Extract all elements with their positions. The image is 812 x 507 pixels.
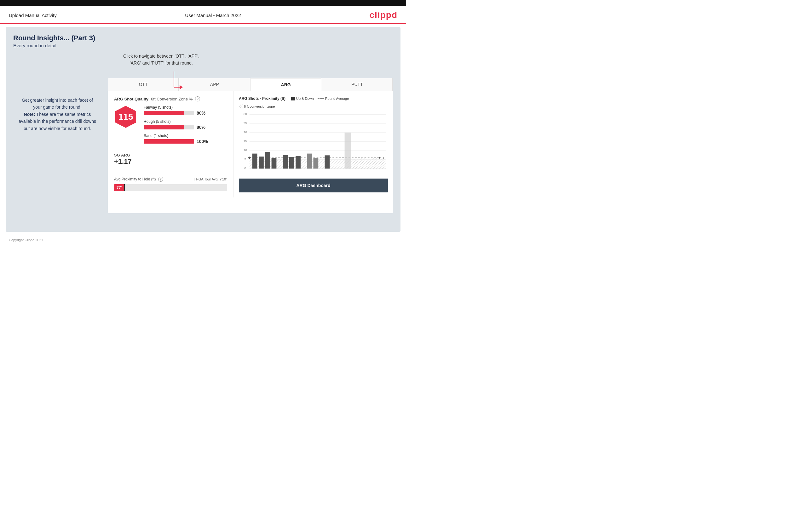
svg-text:0: 0 xyxy=(244,167,246,170)
sg-label: SG ARG xyxy=(114,153,227,158)
svg-text:10: 10 xyxy=(244,149,247,152)
user-manual-date-label: User Manual - March 2022 xyxy=(185,13,241,18)
proximity-section: Avg Proximity to Hole (ft) ? ↑ PGA Tour … xyxy=(114,172,227,191)
hex-badge-container: 115 Fairway (5 shots) xyxy=(114,105,227,148)
top-bar xyxy=(0,0,406,6)
footer: Copyright Clippd 2021 xyxy=(0,235,406,245)
data-card: OTT APP ARG PUTT ARG Shot Quality 6ft Co… xyxy=(108,78,393,213)
header: Upload Manual Activity User Manual - Mar… xyxy=(0,6,406,24)
tab-app[interactable]: APP xyxy=(179,78,250,91)
chart-title: ARG Shots - Proximity (ft) xyxy=(239,96,286,101)
sg-section: SG ARG +1.17 xyxy=(114,153,227,166)
sg-value: +1.17 xyxy=(114,158,227,166)
shot-row-fairway: Fairway (5 shots) 80% xyxy=(144,105,227,116)
svg-rect-36 xyxy=(359,158,365,168)
sand-bar-track xyxy=(144,139,194,144)
svg-rect-25 xyxy=(259,157,264,168)
pga-avg: ↑ PGA Tour Avg: 7'10" xyxy=(194,177,227,181)
svg-text:30: 30 xyxy=(244,112,247,116)
legend-dashed-line xyxy=(318,98,324,99)
upload-manual-activity-label: Upload Manual Activity xyxy=(9,13,57,18)
proximity-bar-fill: 77' xyxy=(114,184,124,191)
svg-text:25: 25 xyxy=(244,122,247,125)
proximity-header: Avg Proximity to Hole (ft) ? ↑ PGA Tour … xyxy=(114,177,227,182)
nav-arrow xyxy=(168,70,187,95)
proximity-bar-track: 77' xyxy=(114,184,227,191)
svg-rect-24 xyxy=(252,154,257,169)
fairway-label: Fairway (5 shots) xyxy=(144,105,227,110)
content-layout: Click to navigate between 'OTT', 'APP', … xyxy=(13,53,393,213)
svg-rect-38 xyxy=(372,158,377,168)
main-content: Round Insights... (Part 3) Every round i… xyxy=(6,27,401,232)
rough-pct: 80% xyxy=(197,125,209,130)
svg-text:20: 20 xyxy=(244,130,247,133)
rough-label: Rough (5 shots) xyxy=(144,119,227,124)
hex-badge: 115 xyxy=(114,105,137,128)
svg-rect-28 xyxy=(283,155,288,168)
legend-hatch-box xyxy=(239,105,243,108)
svg-rect-29 xyxy=(289,157,294,168)
proximity-cursor xyxy=(124,184,125,191)
shot-quality-label: ARG Shot Quality xyxy=(114,97,148,101)
svg-marker-22 xyxy=(379,157,381,159)
svg-rect-39 xyxy=(379,159,384,169)
fairway-bar-fill xyxy=(144,111,184,115)
legend-6ft: 6 ft conversion zone xyxy=(239,105,275,108)
arg-dashboard-button[interactable]: ARG Dashboard xyxy=(239,178,388,192)
copyright-text: Copyright Clippd 2021 xyxy=(9,238,43,242)
svg-rect-35 xyxy=(353,159,358,169)
rough-bar-track xyxy=(144,125,194,129)
legend-up-down: Up & Down xyxy=(291,97,314,101)
sand-bar-fill xyxy=(144,139,194,144)
svg-rect-32 xyxy=(313,158,318,168)
left-panel: Get greater insight into each facet of y… xyxy=(13,53,101,213)
conversion-label: 6ft Conversion Zone % xyxy=(151,97,193,101)
proximity-help-icon[interactable]: ? xyxy=(158,177,163,182)
svg-rect-26 xyxy=(265,152,270,169)
legend-square-dark xyxy=(291,97,295,101)
tab-arg[interactable]: ARG xyxy=(251,78,321,91)
fairway-bar-track xyxy=(144,111,194,115)
card-right-section: ARG Shots - Proximity (ft) Up & Down Rou… xyxy=(234,91,393,198)
proximity-label: Avg Proximity to Hole (ft) ? xyxy=(114,177,163,182)
hex-number: 115 xyxy=(118,112,133,122)
section-subtitle: Every round in detail xyxy=(13,43,393,48)
card-left-header: ARG Shot Quality 6ft Conversion Zone % ? xyxy=(114,96,227,101)
sand-label: Sand (1 shots) xyxy=(144,133,227,138)
shot-row-sand: Sand (1 shots) 100% xyxy=(144,133,227,144)
fairway-pct: 80% xyxy=(197,111,209,116)
rough-bar-fill xyxy=(144,125,184,129)
tab-putt[interactable]: PUTT xyxy=(322,78,393,91)
svg-rect-31 xyxy=(307,154,312,169)
svg-marker-21 xyxy=(248,157,251,159)
svg-marker-2 xyxy=(180,85,183,90)
section-title: Round Insights... (Part 3) xyxy=(13,34,393,42)
nav-hint-text: Click to navigate between 'OTT', 'APP', … xyxy=(111,53,212,67)
svg-text:8: 8 xyxy=(383,156,385,159)
legend-round-avg: Round Average xyxy=(318,97,349,101)
help-icon[interactable]: ? xyxy=(195,96,200,101)
shot-row-rough: Rough (5 shots) 80% xyxy=(144,119,227,130)
card-body: ARG Shot Quality 6ft Conversion Zone % ?… xyxy=(108,91,393,198)
clippd-logo: clippd xyxy=(370,10,397,20)
svg-rect-27 xyxy=(271,158,277,168)
svg-text:5: 5 xyxy=(244,158,246,161)
svg-text:15: 15 xyxy=(244,139,247,143)
svg-rect-37 xyxy=(366,160,371,169)
sand-pct: 100% xyxy=(197,139,209,144)
svg-rect-30 xyxy=(296,156,301,168)
arg-chart: 30 25 20 15 10 5 0 xyxy=(239,111,388,178)
card-left-section: ARG Shot Quality 6ft Conversion Zone % ?… xyxy=(108,91,234,198)
tabs-container: OTT APP ARG PUTT xyxy=(108,78,393,91)
shot-quality-bars: Fairway (5 shots) 80% Rough xyxy=(144,105,227,148)
chart-header: ARG Shots - Proximity (ft) Up & Down Rou… xyxy=(239,96,388,108)
svg-rect-34 xyxy=(345,132,351,169)
svg-rect-33 xyxy=(325,155,330,168)
insight-box: Get greater insight into each facet of y… xyxy=(13,94,101,135)
